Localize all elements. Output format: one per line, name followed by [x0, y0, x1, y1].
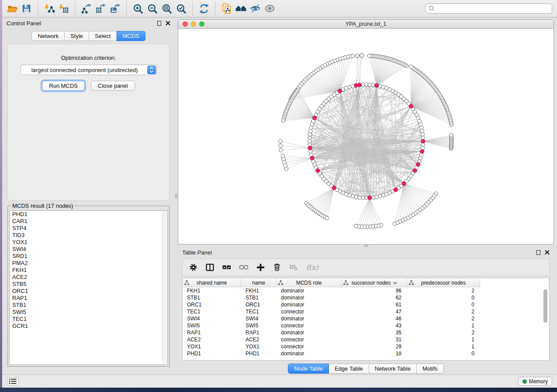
hide-selected-icon[interactable]: [248, 1, 263, 16]
window-close-icon[interactable]: [183, 21, 188, 27]
mcds-result-item[interactable]: RAP1: [10, 295, 167, 302]
network-hub-node[interactable]: [316, 168, 320, 172]
network-satellite-node[interactable]: [356, 54, 360, 58]
tab-style[interactable]: Style: [65, 31, 89, 41]
table-row[interactable]: SWI4SWI4dominator462: [183, 315, 549, 322]
columns-icon[interactable]: [206, 264, 214, 271]
mcds-result-item[interactable]: CAR1: [10, 218, 167, 225]
network-hub-node[interactable]: [332, 186, 336, 190]
network-node[interactable]: [378, 194, 382, 198]
table-row[interactable]: STB1STB1dominator620: [183, 294, 549, 301]
network-node[interactable]: [358, 196, 362, 199]
list-scrollbar[interactable]: [162, 211, 167, 364]
tab-mcds[interactable]: MCDS: [117, 31, 145, 41]
mcds-result-item[interactable]: STP4: [10, 225, 167, 232]
network-node[interactable]: [364, 83, 368, 86]
network-satellite-node[interactable]: [279, 148, 283, 152]
mcds-result-item[interactable]: TID3: [10, 232, 167, 239]
zoom-selected-icon[interactable]: [174, 1, 188, 16]
mcds-result-item[interactable]: PMA2: [10, 260, 167, 267]
criterion-select[interactable]: largest connected component (undirected): [21, 65, 157, 75]
mcds-result-item[interactable]: GCR1: [10, 323, 167, 330]
search-box[interactable]: [426, 3, 552, 14]
tab-network[interactable]: Network: [31, 31, 65, 41]
network-node[interactable]: [308, 139, 311, 143]
network-node[interactable]: [375, 195, 379, 199]
column-header-mcds-role[interactable]: MCDS role: [277, 278, 342, 287]
network-hub-node[interactable]: [313, 116, 317, 120]
network-satellite-node[interactable]: [284, 167, 288, 171]
mcds-result-item[interactable]: SRD1: [10, 253, 167, 260]
network-node[interactable]: [308, 136, 312, 140]
network-satellite-node[interactable]: [393, 222, 397, 226]
import-network-icon[interactable]: [42, 1, 56, 16]
network-node[interactable]: [420, 129, 424, 133]
table-row[interactable]: ACE2ACE2connector311: [183, 336, 549, 343]
network-satellite-node[interactable]: [449, 134, 453, 138]
window-zoom-icon[interactable]: [199, 21, 204, 27]
network-satellite-node[interactable]: [279, 144, 283, 148]
memory-button[interactable]: Memory: [518, 377, 552, 386]
gear-icon[interactable]: [189, 263, 197, 272]
network-hub-node[interactable]: [402, 182, 406, 186]
mcds-result-item[interactable]: TEC1: [10, 316, 167, 323]
refresh-network-icon[interactable]: [197, 1, 211, 16]
network-hub-node[interactable]: [409, 104, 413, 108]
column-header-shared-name[interactable]: shared name: [183, 278, 241, 287]
table-row[interactable]: YOX1YOX1connector291: [183, 343, 549, 350]
table-scrollbar-thumb[interactable]: [543, 289, 547, 323]
mcds-result-item[interactable]: ACE2: [10, 274, 167, 281]
network-hub-node[interactable]: [374, 83, 378, 87]
show-all-icon[interactable]: [263, 1, 277, 16]
network-node[interactable]: [308, 133, 312, 137]
network-window-titlebar[interactable]: YPA_prune.txt_1: [178, 20, 554, 29]
export-network-icon[interactable]: [79, 1, 93, 16]
delete-table-icon[interactable]: [289, 263, 298, 271]
network-satellite-node[interactable]: [360, 54, 364, 58]
zoom-out-icon[interactable]: [145, 1, 159, 16]
table-row[interactable]: FKH1FKH1dominator962: [183, 287, 549, 294]
mcds-result-item[interactable]: STB1: [10, 302, 167, 309]
window-minimize-icon[interactable]: [191, 21, 196, 27]
vertical-splitter[interactable]: [175, 17, 178, 375]
save-session-icon[interactable]: [19, 1, 34, 16]
table-row[interactable]: TEC1TEC1connector472: [183, 308, 549, 315]
network-satellite-node[interactable]: [278, 139, 282, 143]
splitter-handle[interactable]: [175, 194, 177, 198]
mcds-result-item[interactable]: PHD1: [10, 211, 167, 218]
zoom-fit-icon[interactable]: [159, 1, 174, 16]
float-panel-icon[interactable]: [157, 21, 161, 26]
table-row[interactable]: SWI5SWI5connector431: [183, 322, 549, 329]
zoom-in-icon[interactable]: [131, 1, 145, 16]
mcds-result-item[interactable]: SWI4: [10, 246, 167, 253]
clone-network-icon[interactable]: [219, 1, 234, 16]
network-node[interactable]: [308, 129, 312, 133]
network-hub-node[interactable]: [368, 196, 372, 200]
task-history-button[interactable]: [7, 377, 19, 386]
tab-motifs[interactable]: Motifs: [417, 364, 444, 374]
network-hub-node[interactable]: [394, 188, 398, 192]
network-view[interactable]: [178, 29, 554, 244]
splitter-handle[interactable]: [364, 245, 368, 247]
tab-select[interactable]: Select: [89, 31, 117, 41]
network-satellite-node[interactable]: [409, 65, 413, 69]
add-row-icon[interactable]: [256, 263, 265, 272]
network-node[interactable]: [368, 83, 372, 87]
network-hub-node[interactable]: [357, 83, 361, 87]
open-file-icon[interactable]: [5, 1, 19, 16]
network-hub-node[interactable]: [308, 146, 312, 150]
network-hub-node[interactable]: [416, 162, 420, 166]
mcds-result-item[interactable]: STB5: [10, 281, 167, 288]
table-row[interactable]: ORC1ORC1dominator610: [183, 301, 549, 308]
network-node[interactable]: [421, 133, 425, 137]
network-satellite-node[interactable]: [281, 119, 285, 123]
mcds-result-item[interactable]: YOX1: [10, 239, 167, 246]
network-satellite-node[interactable]: [325, 216, 329, 220]
tab-edge-table[interactable]: Edge Table: [329, 364, 369, 374]
network-hub-node[interactable]: [338, 89, 342, 93]
network-satellite-node[interactable]: [354, 224, 358, 228]
network-hub-node[interactable]: [420, 149, 424, 153]
deselect-all-icon[interactable]: [239, 264, 248, 271]
select-all-icon[interactable]: [222, 264, 231, 271]
tab-node-table[interactable]: Node Table: [288, 364, 329, 374]
